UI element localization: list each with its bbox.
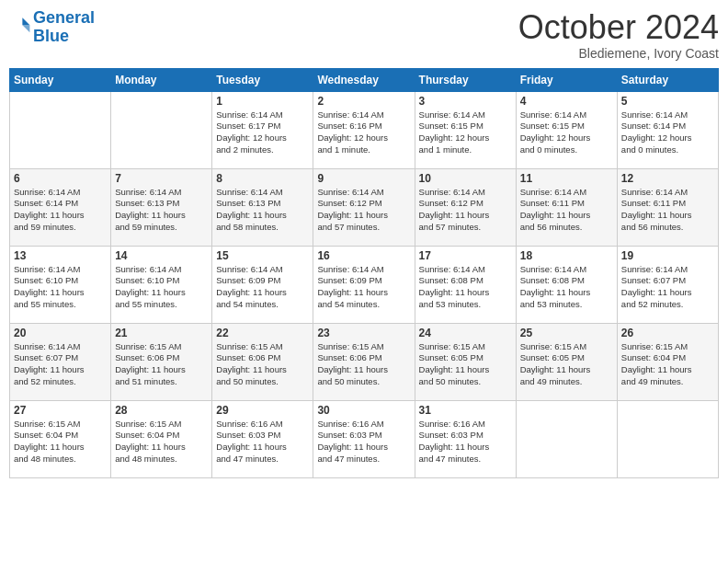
day-number: 4 [520, 95, 613, 108]
day-number: 29 [216, 404, 309, 417]
calendar-cell: 4Sunrise: 6:14 AM Sunset: 6:15 PM Daylig… [516, 91, 617, 168]
day-number: 12 [621, 172, 714, 185]
day-info: Sunrise: 6:14 AM Sunset: 6:14 PM Dayligh… [621, 109, 714, 156]
day-info: Sunrise: 6:14 AM Sunset: 6:11 PM Dayligh… [520, 187, 613, 234]
day-info: Sunrise: 6:15 AM Sunset: 6:05 PM Dayligh… [419, 341, 512, 388]
week-row-4: 20Sunrise: 6:14 AM Sunset: 6:07 PM Dayli… [10, 323, 719, 400]
calendar-cell: 10Sunrise: 6:14 AM Sunset: 6:12 PM Dayli… [415, 168, 516, 246]
day-number: 6 [14, 172, 107, 185]
day-number: 8 [216, 172, 309, 185]
calendar-cell: 16Sunrise: 6:14 AM Sunset: 6:09 PM Dayli… [313, 246, 415, 323]
calendar-cell: 29Sunrise: 6:16 AM Sunset: 6:03 PM Dayli… [212, 400, 313, 477]
day-number: 24 [419, 327, 512, 339]
day-info: Sunrise: 6:14 AM Sunset: 6:17 PM Dayligh… [216, 109, 309, 156]
week-row-1: 1Sunrise: 6:14 AM Sunset: 6:17 PM Daylig… [10, 91, 719, 168]
svg-marker-1 [22, 25, 29, 32]
title-block: October 2024 Blediemene, Ivory Coast [518, 9, 719, 61]
day-number: 22 [216, 327, 309, 339]
logo-icon [9, 15, 31, 37]
day-number: 13 [14, 249, 107, 262]
day-info: Sunrise: 6:15 AM Sunset: 6:04 PM Dayligh… [115, 419, 208, 465]
calendar-header-row: SundayMondayTuesdayWednesdayThursdayFrid… [10, 68, 719, 91]
column-header-friday: Friday [516, 68, 617, 91]
calendar-cell [516, 400, 617, 477]
day-number: 18 [520, 249, 613, 262]
day-number: 7 [115, 172, 208, 185]
day-info: Sunrise: 6:15 AM Sunset: 6:06 PM Dayligh… [216, 341, 309, 388]
calendar-cell: 9Sunrise: 6:14 AM Sunset: 6:12 PM Daylig… [313, 168, 415, 246]
day-info: Sunrise: 6:16 AM Sunset: 6:03 PM Dayligh… [419, 419, 512, 465]
calendar-cell: 5Sunrise: 6:14 AM Sunset: 6:14 PM Daylig… [617, 91, 718, 168]
header: General Blue October 2024 Blediemene, Iv… [9, 9, 719, 61]
calendar-cell [617, 400, 718, 477]
calendar-cell: 6Sunrise: 6:14 AM Sunset: 6:14 PM Daylig… [10, 168, 111, 246]
week-row-2: 6Sunrise: 6:14 AM Sunset: 6:14 PM Daylig… [10, 168, 719, 246]
calendar-cell: 3Sunrise: 6:14 AM Sunset: 6:15 PM Daylig… [415, 91, 516, 168]
day-number: 31 [419, 404, 512, 417]
day-info: Sunrise: 6:15 AM Sunset: 6:06 PM Dayligh… [115, 341, 208, 388]
day-number: 19 [621, 249, 714, 262]
day-number: 9 [317, 172, 410, 185]
calendar-cell: 30Sunrise: 6:16 AM Sunset: 6:03 PM Dayli… [313, 400, 415, 477]
day-info: Sunrise: 6:14 AM Sunset: 6:16 PM Dayligh… [317, 109, 410, 156]
day-number: 20 [14, 327, 107, 339]
day-number: 30 [317, 404, 410, 417]
column-header-thursday: Thursday [415, 68, 516, 91]
calendar-cell: 18Sunrise: 6:14 AM Sunset: 6:08 PM Dayli… [516, 246, 617, 323]
day-number: 10 [419, 172, 512, 185]
day-number: 23 [317, 327, 410, 339]
location: Blediemene, Ivory Coast [518, 46, 719, 61]
day-info: Sunrise: 6:14 AM Sunset: 6:07 PM Dayligh… [621, 264, 714, 311]
calendar-cell: 23Sunrise: 6:15 AM Sunset: 6:06 PM Dayli… [313, 323, 415, 400]
day-number: 11 [520, 172, 613, 185]
day-number: 16 [317, 249, 410, 262]
day-info: Sunrise: 6:14 AM Sunset: 6:10 PM Dayligh… [14, 264, 107, 311]
day-info: Sunrise: 6:14 AM Sunset: 6:08 PM Dayligh… [520, 264, 613, 311]
calendar: SundayMondayTuesdayWednesdayThursdayFrid… [9, 68, 719, 478]
column-header-tuesday: Tuesday [212, 68, 313, 91]
day-info: Sunrise: 6:15 AM Sunset: 6:06 PM Dayligh… [317, 341, 410, 388]
calendar-cell [10, 91, 111, 168]
column-header-wednesday: Wednesday [313, 68, 415, 91]
day-number: 17 [419, 249, 512, 262]
calendar-cell: 2Sunrise: 6:14 AM Sunset: 6:16 PM Daylig… [313, 91, 415, 168]
calendar-cell: 26Sunrise: 6:15 AM Sunset: 6:04 PM Dayli… [617, 323, 718, 400]
day-info: Sunrise: 6:14 AM Sunset: 6:09 PM Dayligh… [216, 264, 309, 311]
calendar-cell: 19Sunrise: 6:14 AM Sunset: 6:07 PM Dayli… [617, 246, 718, 323]
week-row-3: 13Sunrise: 6:14 AM Sunset: 6:10 PM Dayli… [10, 246, 719, 323]
column-header-sunday: Sunday [10, 68, 111, 91]
calendar-cell: 25Sunrise: 6:15 AM Sunset: 6:05 PM Dayli… [516, 323, 617, 400]
day-info: Sunrise: 6:14 AM Sunset: 6:11 PM Dayligh… [621, 187, 714, 234]
column-header-saturday: Saturday [617, 68, 718, 91]
month-title: October 2024 [518, 9, 719, 46]
calendar-cell [111, 91, 212, 168]
calendar-cell: 20Sunrise: 6:14 AM Sunset: 6:07 PM Dayli… [10, 323, 111, 400]
week-row-5: 27Sunrise: 6:15 AM Sunset: 6:04 PM Dayli… [10, 400, 719, 477]
svg-marker-0 [22, 17, 29, 25]
calendar-cell: 24Sunrise: 6:15 AM Sunset: 6:05 PM Dayli… [415, 323, 516, 400]
day-info: Sunrise: 6:14 AM Sunset: 6:12 PM Dayligh… [419, 187, 512, 234]
day-number: 14 [115, 249, 208, 262]
day-info: Sunrise: 6:15 AM Sunset: 6:05 PM Dayligh… [520, 341, 613, 388]
column-header-monday: Monday [111, 68, 212, 91]
calendar-cell: 14Sunrise: 6:14 AM Sunset: 6:10 PM Dayli… [111, 246, 212, 323]
day-info: Sunrise: 6:15 AM Sunset: 6:04 PM Dayligh… [14, 419, 107, 465]
day-number: 15 [216, 249, 309, 262]
day-number: 5 [621, 95, 714, 108]
day-number: 26 [621, 327, 714, 339]
day-info: Sunrise: 6:14 AM Sunset: 6:12 PM Dayligh… [317, 187, 410, 234]
day-info: Sunrise: 6:14 AM Sunset: 6:08 PM Dayligh… [419, 264, 512, 311]
logo-line2: Blue [33, 27, 69, 45]
day-number: 21 [115, 327, 208, 339]
calendar-cell: 17Sunrise: 6:14 AM Sunset: 6:08 PM Dayli… [415, 246, 516, 323]
day-info: Sunrise: 6:14 AM Sunset: 6:10 PM Dayligh… [115, 264, 208, 311]
day-info: Sunrise: 6:14 AM Sunset: 6:09 PM Dayligh… [317, 264, 410, 311]
page: General Blue October 2024 Blediemene, Iv… [0, 0, 728, 563]
logo: General Blue [9, 9, 95, 46]
calendar-cell: 13Sunrise: 6:14 AM Sunset: 6:10 PM Dayli… [10, 246, 111, 323]
calendar-cell: 7Sunrise: 6:14 AM Sunset: 6:13 PM Daylig… [111, 168, 212, 246]
day-number: 28 [115, 404, 208, 417]
day-info: Sunrise: 6:14 AM Sunset: 6:13 PM Dayligh… [115, 187, 208, 234]
day-info: Sunrise: 6:16 AM Sunset: 6:03 PM Dayligh… [317, 419, 410, 465]
calendar-cell: 27Sunrise: 6:15 AM Sunset: 6:04 PM Dayli… [10, 400, 111, 477]
